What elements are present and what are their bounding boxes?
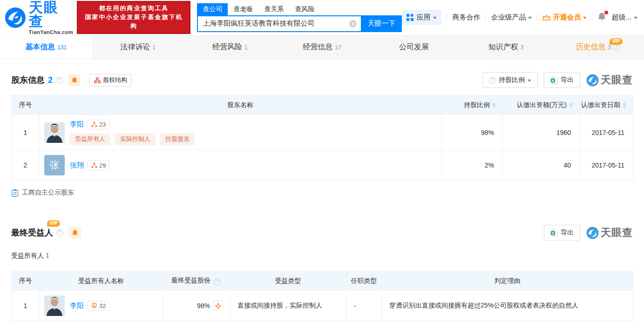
subscribed-capital-value: 40 xyxy=(503,150,580,181)
shareholder-name-link[interactable]: 张翔 xyxy=(70,161,84,170)
penetration-chart-button[interactable] xyxy=(213,301,223,311)
search-tab-boss[interactable]: 查老板 xyxy=(228,3,258,15)
search-tab-relation[interactable]: 查关系 xyxy=(258,3,289,15)
help-icon[interactable]: ? xyxy=(56,229,63,236)
relations-count-badge[interactable]: 29 xyxy=(88,161,109,170)
tab-intellectual-property[interactable]: 知识产权 3 xyxy=(460,35,552,59)
notification-bell-button[interactable] xyxy=(597,12,606,23)
help-icon: ? xyxy=(489,77,496,84)
col-label: 认缴出资额(万元) xyxy=(517,101,567,108)
judgment-reason-value: 穿透识别出直接或间接拥有超过25%公司股权或者表决权的自然人 xyxy=(382,291,633,321)
row-index: 2 xyxy=(12,150,40,181)
relations-graph-icon xyxy=(91,121,97,128)
nav-divider xyxy=(592,14,592,21)
help-icon[interactable]: ? xyxy=(214,278,221,285)
search-tab-company[interactable]: 查公司 xyxy=(197,3,228,15)
col-index: 序号 xyxy=(12,95,40,115)
shareholder-cell: 李阳 23 xyxy=(40,115,441,150)
monitor-bell-button[interactable] xyxy=(68,227,81,239)
table-row: 2 张 张翔 29 xyxy=(12,150,633,181)
logo-brand-text: 天眼查 xyxy=(29,0,74,28)
tab-company-development[interactable]: 公司发展 xyxy=(368,35,460,59)
monitor-bell-button[interactable] xyxy=(68,74,81,86)
beneficial-owner-count: 1 xyxy=(46,252,49,259)
relations-count-badge[interactable]: 23 xyxy=(88,120,109,129)
chevron-down-icon xyxy=(634,17,637,19)
tab-history-info[interactable]: VIP 历史信息 3 ? xyxy=(552,35,644,59)
shareholder-avatar[interactable]: 张 xyxy=(44,155,65,175)
apps-grid-icon xyxy=(407,14,414,21)
nav-divider xyxy=(447,14,447,21)
sort-icon[interactable] xyxy=(623,103,626,107)
excel-icon xyxy=(550,229,558,237)
name-line: 李阳 23 xyxy=(70,120,195,129)
holding-ratio-filter-button[interactable]: ? 持股比例 xyxy=(482,72,538,88)
beneficiary-title-wrap: VIP 最终受益人 ? xyxy=(11,227,81,239)
sort-icon[interactable] xyxy=(492,103,496,107)
help-icon[interactable]: ? xyxy=(56,77,63,84)
row-index: 1 xyxy=(12,291,40,321)
clipboard-icon xyxy=(11,189,19,197)
nav-open-vip[interactable]: 开通会员 xyxy=(542,13,587,22)
search-tab-risk[interactable]: 查风险 xyxy=(289,3,320,15)
tab-count: 1 xyxy=(153,44,156,51)
shareholders-table-header-row: 序号 股东名称 持股比例 认缴出资额(万元) 认缴出资日期 xyxy=(12,95,633,115)
beneficiary-head-actions: 导出 天眼查 xyxy=(544,225,633,241)
crown-icon xyxy=(542,14,550,21)
beneficiary-cell: 李阳 32 xyxy=(40,291,163,321)
relations-count-badge[interactable]: 32 xyxy=(88,301,109,311)
watermark-text: 天眼查 xyxy=(601,226,633,240)
tianyancha-logo[interactable]: 天眼查 TianYanCha.com xyxy=(5,0,73,35)
search-input[interactable] xyxy=(197,15,361,32)
shareholder-photo[interactable] xyxy=(44,122,65,143)
export-button[interactable]: 导出 xyxy=(544,72,580,88)
self-disclosed-shareholders-link[interactable]: 工商自主公示股东 xyxy=(11,188,633,197)
tab-basic-info[interactable]: 基本信息 131 xyxy=(0,35,92,59)
bell-icon xyxy=(72,229,78,236)
search-tabs: 查公司 查老板 查关系 查风险 xyxy=(197,3,402,15)
chevron-down-icon xyxy=(433,17,437,19)
col-label: 最终受益股份 xyxy=(171,276,210,284)
col-index: 序号 xyxy=(12,271,40,291)
export-button[interactable]: 导出 xyxy=(544,225,580,241)
position-type-value: - xyxy=(346,291,382,321)
nav-vip-label: 开通会员 xyxy=(553,13,581,22)
beneficiary-photo[interactable] xyxy=(44,295,65,316)
sort-icon[interactable] xyxy=(569,103,573,107)
section-count: 2 xyxy=(48,75,53,85)
vip-badge: VIP xyxy=(610,38,623,45)
nav-enterprise-label: 企业级产品 xyxy=(491,13,526,22)
shareholder-name-link[interactable]: 李阳 xyxy=(70,120,84,129)
shareholders-table: 序号 股东名称 持股比例 认缴出资额(万元) 认缴出资日期 1 xyxy=(11,95,633,181)
col-holding-ratio[interactable]: 持股比例 xyxy=(441,95,503,115)
table-row: 1 xyxy=(12,291,633,321)
top-nav: 应用 商务合作 企业级产品 开通会员 超级.. xyxy=(402,10,637,25)
chevron-down-icon xyxy=(528,80,531,82)
user-account-menu[interactable]: 超级... xyxy=(611,13,637,22)
equity-structure-button[interactable]: 股权结构 xyxy=(89,74,132,87)
export-label: 导出 xyxy=(561,76,574,84)
search-input-wrap: ✕ xyxy=(197,15,361,32)
tab-label: 基本信息 xyxy=(25,42,55,52)
nav-business-cooperation[interactable]: 商务合作 xyxy=(452,13,480,22)
tab-operation-info[interactable]: 经营信息 17 xyxy=(276,35,368,59)
promo-banner: 都在用的商业查询工具 国家中小企业发展子基金旗下机构 xyxy=(77,1,190,34)
col-judgment-reason: 判定理由 xyxy=(382,271,633,291)
tab-operation-risk[interactable]: 经营风险 1 xyxy=(184,35,276,59)
tab-legal-litigation[interactable]: 法律诉讼 1 xyxy=(92,35,184,59)
final-share-cell: 98% xyxy=(163,301,230,311)
nav-enterprise-products[interactable]: 企业级产品 xyxy=(491,13,532,22)
nav-business-label: 商务合作 xyxy=(452,13,480,22)
col-subscribed-date[interactable]: 认缴出资日期 xyxy=(580,95,633,115)
row-index: 1 xyxy=(12,115,40,150)
tianyancha-watermark-icon xyxy=(586,227,599,239)
self-disclosed-shareholders-label: 工商自主公示股东 xyxy=(22,188,74,197)
beneficiary-name-link[interactable]: 李阳 xyxy=(70,302,84,310)
beneficial-owner-subtab[interactable]: 受益所有人1 xyxy=(11,252,633,260)
top-header: 天眼查 TianYanCha.com 都在用的商业查询工具 国家中小企业发展子基… xyxy=(0,0,644,35)
col-subscribed-capital[interactable]: 认缴出资额(万元) xyxy=(503,95,580,115)
clear-search-icon[interactable]: ✕ xyxy=(349,20,357,27)
apps-menu-button[interactable]: 应用 xyxy=(402,10,441,25)
search-button[interactable]: 天眼一下 xyxy=(361,15,402,32)
company-section-tabbar: 基本信息 131 法律诉讼 1 经营风险 1 经营信息 17 公司发展 知识产权… xyxy=(0,35,644,59)
